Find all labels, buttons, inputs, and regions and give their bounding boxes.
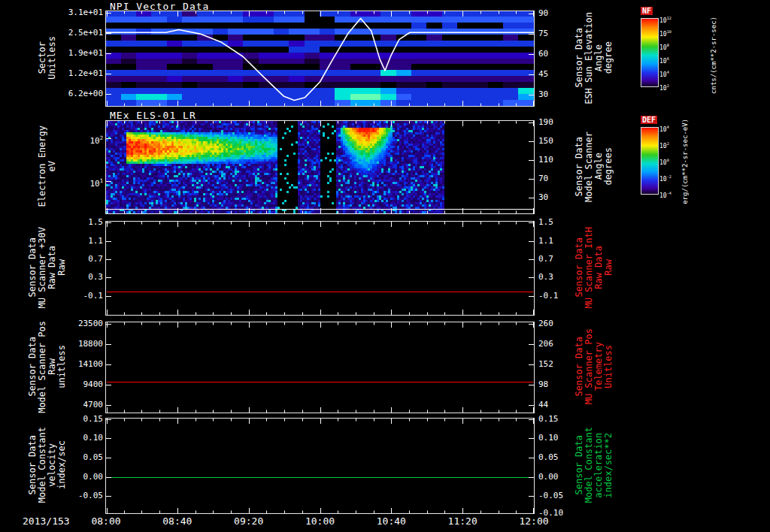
x-tick-label: 08:00 <box>91 515 120 527</box>
panel-npi <box>105 11 535 107</box>
y-tick-label: 0.7 <box>538 255 553 263</box>
y-tick-label: 30 <box>538 193 548 201</box>
colorbar-tick-label: 104 <box>659 69 669 78</box>
y-tick-label: 101 <box>45 177 103 188</box>
y-tick-label: 152 <box>538 360 553 368</box>
y-axis-label-line: index/sec <box>57 440 67 489</box>
right-axis-label-scanner-pos: Sensor DataMU Scanner PosTelemetryUnitle… <box>559 322 629 412</box>
y-tick-label: 0.05 <box>538 453 559 461</box>
panel-els <box>105 120 535 214</box>
y-tick-label: 3.1e+01 <box>45 8 103 17</box>
y-tick-label: 1.9e+01 <box>45 49 103 57</box>
x-tick-label: 10:40 <box>377 515 406 527</box>
colorbar-nf-units: cnts/(cm**2-sr-sec) <box>710 9 717 101</box>
y-tick-label: 0.00 <box>45 473 103 481</box>
y-tick-label: 70 <box>538 174 548 183</box>
y-tick-label: 0.00 <box>538 473 559 481</box>
y-tick-label: 45 <box>538 70 548 78</box>
colorbar-tick-label: 10-2 <box>659 174 671 183</box>
panel-canvas-mu-scanner-30v <box>106 222 534 315</box>
colorbar-nf-units-text: cnts/(cm**2-sr-sec) <box>710 17 717 94</box>
panel-canvas-model-constant <box>106 419 534 513</box>
y-tick-label: 98 <box>538 380 548 388</box>
y-tick-label: 2.5e+01 <box>45 29 103 37</box>
colorbar-def-units-text: erg/(cm**2-sr-sec-eV) <box>681 119 689 204</box>
colorbar-tick-label: 106 <box>659 56 669 65</box>
x-axis-date-label: 2013/153 <box>23 515 70 527</box>
y-tick-label: 206 <box>538 340 553 348</box>
x-tick-label: 12:00 <box>519 515 548 527</box>
y-tick-label: 18800 <box>45 340 103 348</box>
right-axis-label-line: Raw <box>604 259 614 276</box>
colorbar-tick-label: 10-4 <box>659 190 671 199</box>
right-axis-label-els: Sensor DataModel ScannerAngledegrees <box>559 120 629 213</box>
right-axis-label-line: degrees <box>604 147 614 186</box>
y-tick-label: 1.5 <box>538 218 553 226</box>
x-tick-label: 09:20 <box>234 515 263 527</box>
colorbar-tick-label: 102 <box>659 141 669 150</box>
y-tick-label: 0.3 <box>538 273 553 281</box>
panel-scanner-pos <box>105 322 535 413</box>
y-tick-label: -0.1 <box>538 292 559 300</box>
y-tick-label: 0.10 <box>45 434 103 442</box>
y-tick-label: 1.1 <box>538 237 553 245</box>
y-tick-label: 0.15 <box>45 415 103 423</box>
y-tick-label: 23500 <box>45 319 103 328</box>
y-tick-label: 30 <box>538 90 548 98</box>
colorbar-tick-label: 104 <box>659 124 669 133</box>
x-tick-label: 10:00 <box>305 515 335 527</box>
y-tick-label: 1.1 <box>45 237 103 245</box>
y-tick-label: -0.05 <box>45 491 103 500</box>
panel-canvas-els <box>106 121 534 213</box>
y-tick-label: 150 <box>538 137 553 145</box>
y-axis-label-line: eV <box>47 161 57 171</box>
x-tick-label: 11:20 <box>448 515 477 527</box>
y-tick-label: 4700 <box>45 401 103 409</box>
panel-model-constant <box>105 418 535 514</box>
y-tick-label: 1.5 <box>45 218 103 226</box>
y-tick-label: 0.10 <box>538 434 559 442</box>
panel-canvas-scanner-pos <box>106 322 534 413</box>
colorbar-nf-label: NF <box>641 7 653 15</box>
panel-mu-scanner-30v <box>105 221 535 316</box>
y-tick-label: 90 <box>538 9 548 17</box>
y-tick-label: 6.2e+00 <box>45 89 103 98</box>
y-tick-label: 44 <box>538 401 548 409</box>
y-tick-label: 0.3 <box>45 273 103 281</box>
y-tick-label: -0.05 <box>538 491 563 500</box>
colorbar-tick-label: 1012 <box>659 15 671 24</box>
colorbar-def-label: DEF <box>641 116 657 124</box>
colorbar-tick-label: 102 <box>659 83 669 92</box>
y-tick-label: 60 <box>538 50 548 58</box>
colorbar-tick-label: 108 <box>659 42 669 51</box>
y-tick-label: -0.1 <box>45 292 103 300</box>
y-tick-label: 190 <box>538 118 553 126</box>
colorbar-nf <box>641 18 659 87</box>
colorbar-tick-label: 1010 <box>659 29 671 38</box>
right-axis-label-model-constant: Sensor DataModel Constantaccelerationind… <box>559 418 629 512</box>
right-axis-label-line: index/sec**2 <box>604 433 614 498</box>
y-tick-label: 260 <box>538 319 553 328</box>
y-tick-label: 0.7 <box>45 255 103 263</box>
tplot-window: NPI Vector Data MEx ELS-01 LR 2013/153 N… <box>0 0 770 532</box>
right-axis-label-line: degree <box>604 41 614 74</box>
colorbar-def-units: erg/(cm**2-sr-sec-eV) <box>681 119 689 204</box>
x-tick-label: 08:40 <box>162 515 192 527</box>
y-tick-label: 14100 <box>45 360 103 368</box>
y-tick-label: 110 <box>538 156 553 164</box>
y-tick-label: 9400 <box>45 380 103 388</box>
y-tick-label: 75 <box>538 29 548 38</box>
panel-canvas-npi <box>106 11 534 106</box>
colorbar-tick-label: 100 <box>659 157 669 166</box>
y-tick-label: 0.05 <box>45 453 103 461</box>
colorbar-def <box>641 127 659 195</box>
y-tick-label: 0.15 <box>538 415 559 423</box>
right-axis-label-line: Unitless <box>604 345 614 388</box>
y-tick-label: 1.2e+01 <box>45 69 103 77</box>
panel-title-els: MEx ELS-01 LR <box>110 110 196 121</box>
right-axis-label-npi: Sensor DataESH Sun ElevationAngledegree <box>559 11 629 105</box>
y-tick-label: 102 <box>45 134 103 145</box>
right-axis-label-mu-scanner-30v: Sensor DataMU Scanner IntHRaw DataRaw <box>559 221 629 314</box>
y-axis-label-mu-scanner-30v: Sensor DataMU Scanner +30VRaw DataRaw <box>15 221 80 314</box>
